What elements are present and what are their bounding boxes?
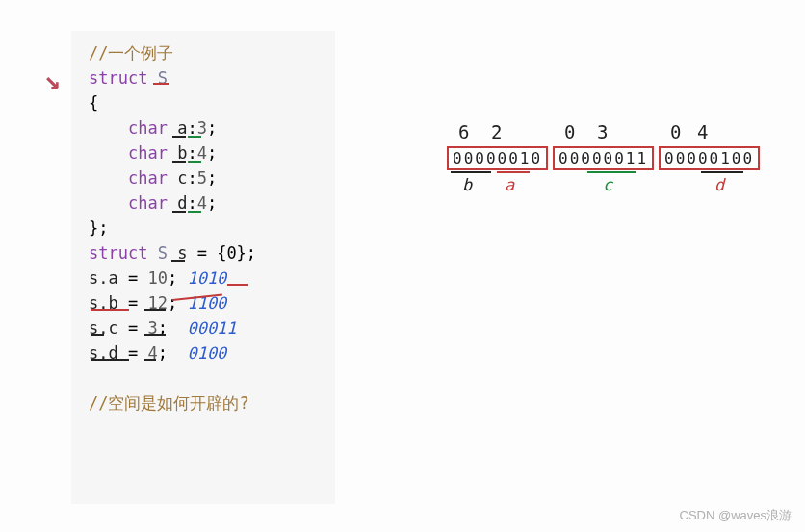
assign-lhs: s.c	[89, 318, 118, 338]
field-bits: 5	[197, 168, 207, 188]
field-name: b	[177, 143, 187, 163]
struct-name: S	[158, 68, 168, 88]
assign-lhs: s.a	[89, 268, 118, 288]
byte3-top-left: 0	[670, 121, 681, 142]
comment-bottom: //空间是如何开辟的?	[89, 393, 249, 413]
byte3-label-d: d	[714, 175, 724, 194]
byte3-top-right: 4	[697, 121, 708, 142]
decl-struct: struct	[89, 243, 147, 263]
assign-val: 10	[147, 268, 167, 288]
field-name: a	[177, 118, 187, 138]
byte1-top-right: 2	[491, 121, 502, 142]
assign-lhs: s.d	[89, 343, 118, 363]
brace-open: {	[89, 90, 318, 115]
struct-keyword: struct	[89, 68, 147, 88]
byte1-top-left: 6	[458, 121, 469, 142]
assign-binary: 00011	[187, 318, 236, 338]
watermark: CSDN @waves浪游	[680, 507, 792, 524]
byte1-label-b: b	[462, 175, 472, 194]
annotation-arrow: ↘	[44, 63, 61, 95]
assign-val: 4	[147, 343, 157, 363]
byte1-under-a	[497, 171, 530, 173]
field-name: d	[177, 193, 187, 213]
code-block: //一个例子 struct S { char a:3; char b:4; ch…	[71, 31, 335, 504]
field-bits: 3	[197, 118, 207, 138]
byte1-box: 00000010	[447, 146, 548, 170]
byte2-under-c	[587, 171, 636, 173]
comment-top: //一个例子	[89, 43, 173, 63]
byte2-box: 00000011	[553, 146, 654, 170]
decl-type: S	[158, 243, 168, 263]
field-type: char	[128, 193, 168, 213]
assign-lhs: s.b	[89, 293, 118, 313]
field-type: char	[128, 118, 168, 138]
byte2-label-c: c	[603, 175, 612, 194]
field-type: char	[128, 143, 168, 163]
assign-binary: 1010	[187, 268, 226, 288]
byte1-under-b	[451, 171, 491, 173]
field-type: char	[128, 168, 168, 188]
assign-binary: 0100	[187, 343, 226, 363]
byte3-under-d	[701, 171, 743, 173]
decl-init: = {0};	[197, 243, 256, 263]
assign-val: 3	[147, 318, 157, 338]
assign-val: 12	[147, 293, 167, 313]
decl-var: s	[177, 243, 187, 263]
byte3-box: 00000100	[659, 146, 760, 170]
byte2-top-left: 0	[564, 121, 575, 142]
brace-close: };	[89, 215, 318, 241]
field-name: c	[177, 168, 187, 188]
byte2-top-right: 3	[597, 121, 608, 142]
assign-binary: 1100	[187, 293, 226, 313]
field-bits: 4	[197, 143, 207, 163]
field-bits: 4	[197, 193, 207, 213]
byte1-label-a: a	[505, 175, 514, 194]
